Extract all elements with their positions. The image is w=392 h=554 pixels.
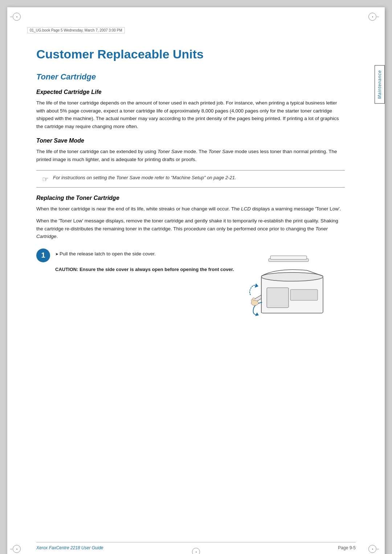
expected-life-paragraph: The life of the toner cartridge depends …	[36, 99, 345, 130]
corner-mark-bl	[13, 545, 24, 554]
replacing-paragraph-2: When the 'Toner Low' message displays, r…	[36, 217, 345, 241]
section-heading-toner-cartridge: Toner Cartridge	[36, 72, 345, 82]
svg-marker-5	[255, 283, 258, 288]
note-icon: ☞	[42, 175, 49, 184]
footer-left: Xerox FaxCentre 2218 User Guide	[36, 545, 103, 550]
bottom-center-mark	[192, 548, 200, 554]
step-illustration-container	[243, 248, 345, 320]
file-stamp: 01_UG.book Page 5 Wednesday, March 7, 20…	[27, 27, 125, 33]
document-page: 01_UG.book Page 5 Wednesday, March 7, 20…	[7, 7, 385, 554]
printer-illustration	[247, 248, 341, 320]
caution-text: CAUTION: Ensure the side cover is always…	[55, 266, 236, 274]
note-box: ☞ For instructions on setting the Toner …	[36, 170, 345, 188]
svg-marker-6	[255, 312, 259, 316]
corner-mark-br	[368, 545, 379, 554]
toner-save-paragraph: The life of the toner cartridge can be e…	[36, 148, 345, 163]
svg-rect-9	[270, 256, 307, 259]
subsection-heading-toner-save: Toner Save Mode	[36, 138, 345, 144]
subsection-heading-replacing: Replacing the Toner Cartridge	[36, 195, 345, 201]
svg-rect-2	[267, 288, 289, 308]
svg-rect-3	[290, 290, 318, 300]
side-tab-maintenance: Maintenance	[375, 65, 385, 104]
chapter-title: Customer Replaceable Units	[36, 47, 345, 61]
corner-mark-tl	[13, 13, 24, 24]
svg-point-1	[261, 272, 323, 281]
step-instruction-text: Pull the release latch to open the side …	[55, 250, 156, 258]
replacing-paragraph-1: When the toner cartridge is near the end…	[36, 205, 345, 213]
step-left-content: 1 Pull the release latch to open the sid…	[36, 248, 236, 274]
step-instruction: Pull the release latch to open the side …	[55, 250, 156, 258]
subsection-heading-expected-life: Expected Cartridge Life	[36, 89, 345, 95]
step-number-circle: 1	[36, 249, 50, 262]
footer-right: Page 9-5	[338, 545, 356, 550]
note-text: For instructions on setting the Toner Sa…	[53, 174, 236, 181]
main-content: Customer Replaceable Units Toner Cartrid…	[7, 7, 374, 342]
step-1-section: 1 Pull the release latch to open the sid…	[36, 248, 345, 320]
corner-mark-tr	[368, 13, 379, 24]
step-number-row: 1 Pull the release latch to open the sid…	[36, 248, 236, 262]
